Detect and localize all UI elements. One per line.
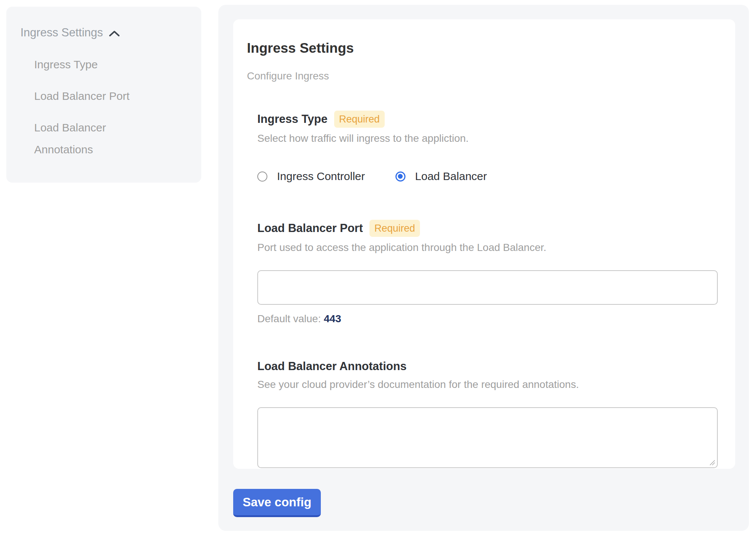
page-subtitle: Configure Ingress [247,70,718,82]
save-config-button[interactable]: Save config [233,489,321,517]
default-value-label: Default value: [257,313,321,324]
radio-label-load-balancer: Load Balancer [415,170,487,183]
field-load-balancer-port: Load Balancer Port Required Port used to… [257,220,718,325]
page-title: Ingress Settings [247,40,718,56]
load-balancer-port-input[interactable] [257,270,718,305]
field-description-ingress-type: Select how traffic will ingress to the a… [257,132,718,145]
load-balancer-annotations-textarea[interactable] [258,408,717,467]
field-label-load-balancer-annotations: Load Balancer Annotations [257,359,407,374]
field-description-load-balancer-annotations: See your cloud provider’s documentation … [257,378,718,391]
radio-label-ingress-controller: Ingress Controller [277,170,365,183]
field-ingress-type: Ingress Type Required Select how traffic… [257,111,718,183]
default-value-row: Default value: 443 [257,313,718,325]
config-nav-sidebar: Ingress Settings Ingress Type Load Balan… [6,7,201,183]
radio-circle-selected[interactable] [395,172,405,182]
radio-option-load-balancer[interactable]: Load Balancer [395,170,487,183]
sidebar-item-load-balancer-annotations[interactable]: Load Balancer Annotations [34,117,146,160]
radio-circle-unselected[interactable] [257,172,267,182]
ingress-type-radio-group: Ingress Controller Load Balancer [257,170,718,183]
sidebar-group-label: Ingress Settings [20,25,103,40]
config-panel: Ingress Settings Configure Ingress Ingre… [218,5,749,531]
sidebar-item-list: Ingress Type Load Balancer Port Load Bal… [20,53,187,160]
field-label-ingress-type: Ingress Type [257,112,328,127]
required-badge: Required [369,220,420,237]
sidebar-item-load-balancer-port[interactable]: Load Balancer Port [34,85,146,107]
field-description-load-balancer-port: Port used to access the application thro… [257,241,718,254]
load-balancer-annotations-textarea-box [257,407,718,468]
sidebar-item-ingress-type[interactable]: Ingress Type [34,53,146,75]
sidebar-group-ingress-settings[interactable]: Ingress Settings [20,25,187,40]
radio-option-ingress-controller[interactable]: Ingress Controller [257,170,365,183]
chevron-up-icon [109,30,120,37]
field-load-balancer-annotations: Load Balancer Annotations See your cloud… [257,359,718,468]
config-fields: Ingress Type Required Select how traffic… [257,111,718,468]
config-card: Ingress Settings Configure Ingress Ingre… [233,19,735,469]
default-value: 443 [324,313,341,324]
field-label-load-balancer-port: Load Balancer Port [257,221,363,236]
required-badge: Required [334,111,385,128]
resize-grip-icon[interactable] [709,460,715,466]
